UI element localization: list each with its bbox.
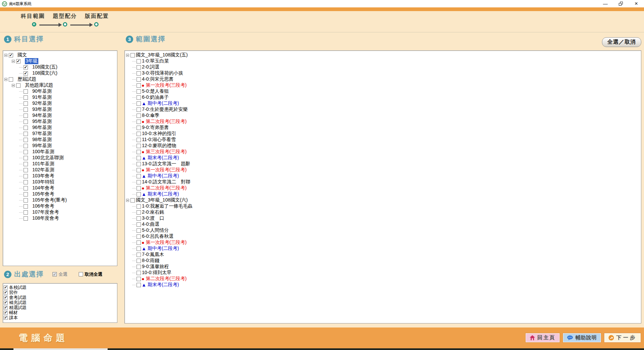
select-all-checkbox[interactable]: ✓ xyxy=(52,272,57,276)
tree-item[interactable]: 106年會考 xyxy=(3,203,117,209)
tree-checkbox[interactable] xyxy=(24,192,28,196)
restore-button[interactable] xyxy=(613,0,629,7)
tree-item-label[interactable]: 103年特招 xyxy=(32,179,54,185)
tree-item[interactable]: 國文_3年級_108國文(六) xyxy=(125,197,641,203)
source-checkbox[interactable]: ✓ xyxy=(4,286,8,290)
tree-checkbox[interactable] xyxy=(137,174,141,178)
select-toggle-button[interactable]: 全選／取消 xyxy=(602,37,641,47)
tree-checkbox[interactable] xyxy=(137,144,141,148)
tree-item[interactable]: 10-0:得到太早 xyxy=(125,270,641,276)
tree-item[interactable]: 101年基測 xyxy=(3,161,117,167)
tree-checkbox[interactable] xyxy=(137,247,141,251)
tree-checkbox[interactable] xyxy=(137,228,141,233)
tree-item-label[interactable]: 108國文(五) xyxy=(32,64,58,70)
tree-checkbox[interactable] xyxy=(137,186,141,190)
tree-item-label[interactable]: 期中考(二段考) xyxy=(148,100,179,106)
tree-checkbox[interactable] xyxy=(137,95,141,100)
tree-item[interactable]: ●第一次段考(三段考) xyxy=(125,239,641,246)
tree-item-label[interactable]: 102年基測 xyxy=(32,167,54,173)
tree-item[interactable]: 9-0:寄弟墨書 xyxy=(125,125,641,131)
tree-item-label[interactable]: 第一次段考(三段考) xyxy=(146,239,186,246)
tree-item[interactable]: 7-0:生於憂患死於安樂 xyxy=(125,106,641,113)
tree-item[interactable]: 3-0:尋找薄荷的小孩 xyxy=(125,70,641,76)
tree-item[interactable]: 8-0:傘季 xyxy=(125,113,641,119)
source-checkbox[interactable]: ✓ xyxy=(4,291,8,295)
source-list-item[interactable]: ✓輔材 xyxy=(4,310,116,315)
tree-item-label[interactable]: 2-0:座右銘 xyxy=(142,209,164,215)
tree-item[interactable]: 107年度會考 xyxy=(3,209,117,215)
tree-checkbox[interactable] xyxy=(137,240,141,245)
tree-checkbox[interactable] xyxy=(137,132,141,136)
next-step-button[interactable]: 下一步 xyxy=(604,333,641,342)
tree-item-label[interactable]: 國文_3年級_108國文(五) xyxy=(136,52,188,58)
tree-item-label[interactable]: 97年基測 xyxy=(32,131,52,137)
tree-collapse-icon[interactable] xyxy=(12,60,15,63)
tree-item-label[interactable]: 8-0:傘季 xyxy=(142,113,159,119)
tree-checkbox[interactable] xyxy=(137,71,141,76)
tree-checkbox[interactable] xyxy=(137,180,141,184)
tree-checkbox[interactable] xyxy=(24,198,28,203)
tree-checkbox[interactable] xyxy=(24,101,28,106)
tree-checkbox[interactable] xyxy=(137,216,141,221)
tree-item-label[interactable]: 6-0:奶油鼻子 xyxy=(142,94,169,100)
source-list-item[interactable]: ✓課本 xyxy=(4,315,116,320)
deselect-all-checkbox[interactable] xyxy=(79,272,83,276)
tree-item-label[interactable]: 國文 xyxy=(17,52,27,58)
tree-item-label[interactable]: 第二次段考(三段考) xyxy=(146,119,186,125)
tree-checkbox[interactable] xyxy=(137,150,141,154)
tree-item[interactable]: 歷屆試題 xyxy=(3,76,117,82)
tree-checkbox[interactable] xyxy=(137,83,141,88)
source-list[interactable]: ✓各校試題✓習作✓會考試題✓補充試題✓精選試題✓輔材✓課本 xyxy=(3,283,117,323)
tree-checkbox[interactable] xyxy=(137,192,141,196)
tree-item[interactable]: 100年基測 xyxy=(3,149,117,155)
tree-item-label[interactable]: 期中考(二段考) xyxy=(148,173,179,179)
tree-checkbox[interactable] xyxy=(24,107,28,112)
source-list-item[interactable]: ✓各校試題 xyxy=(4,285,116,290)
tree-checkbox[interactable] xyxy=(24,120,28,124)
source-checkbox[interactable]: ✓ xyxy=(4,316,8,320)
tree-checkbox[interactable] xyxy=(137,204,141,209)
tree-item-label[interactable]: 96年基測 xyxy=(32,125,52,131)
tree-item[interactable]: 95年基測 xyxy=(3,119,117,125)
tree-item-label[interactable]: 12-0:麥琪的禮物 xyxy=(142,143,176,149)
tree-checkbox[interactable] xyxy=(24,95,28,100)
tree-checkbox[interactable] xyxy=(24,132,28,136)
tree-checkbox[interactable]: ✓ xyxy=(16,59,21,63)
tree-item-label[interactable]: 5-0:人間情分 xyxy=(142,227,169,233)
tree-item[interactable]: 4-0:與宋元思書 xyxy=(125,76,641,82)
tree-item-label[interactable]: 期末考(二段考) xyxy=(148,282,179,288)
tree-checkbox[interactable] xyxy=(137,234,141,239)
tree-checkbox[interactable] xyxy=(137,156,141,160)
tree-item-label[interactable]: 95年基測 xyxy=(32,119,52,125)
source-list-item[interactable]: ✓精選試題 xyxy=(4,305,116,310)
minimize-button[interactable]: — xyxy=(598,0,613,7)
tree-item-label[interactable]: 14-0:語文常識二 對聯 xyxy=(142,179,190,185)
tree-item-label[interactable]: 92年基測 xyxy=(32,100,52,106)
tree-item[interactable]: 5-0:人間情分 xyxy=(125,227,641,233)
tree-checkbox[interactable] xyxy=(24,204,28,209)
tree-item[interactable]: 其他題庫試題 xyxy=(3,82,117,88)
tree-item-label[interactable]: 105年會考(重考) xyxy=(32,197,67,203)
source-checkbox[interactable]: ✓ xyxy=(4,311,8,315)
tree-item[interactable]: 99年基測 xyxy=(3,143,117,149)
tree-item[interactable]: ✓3年級 xyxy=(3,58,117,64)
tree-item[interactable]: 6-0:奶油鼻子 xyxy=(125,94,641,100)
tree-checkbox[interactable] xyxy=(24,216,28,221)
tree-checkbox[interactable] xyxy=(137,168,141,172)
tree-checkbox[interactable] xyxy=(24,89,28,94)
tree-checkbox[interactable] xyxy=(24,186,28,190)
tree-item-label[interactable]: 13-0:語文常識一 題辭 xyxy=(142,161,190,167)
tree-item[interactable]: 6-0:呂氏春秋選 xyxy=(125,233,641,239)
tree-item-label[interactable]: 100年基測 xyxy=(32,149,54,155)
tree-item-label[interactable]: 10-0:得到太早 xyxy=(142,270,172,276)
tree-checkbox[interactable] xyxy=(137,222,141,227)
tree-item-label[interactable]: 其他題庫試題 xyxy=(25,82,53,88)
tree-checkbox[interactable] xyxy=(137,259,141,263)
tree-item[interactable]: ●第三次段考(三段考) xyxy=(125,149,641,155)
tree-collapse-icon[interactable] xyxy=(4,54,7,57)
tree-item[interactable]: ▲期末考(二段考) xyxy=(125,282,641,288)
tree-item-label[interactable]: 期末考(二段考) xyxy=(148,191,179,197)
tree-item-label[interactable]: 2-0:詞選 xyxy=(142,64,159,70)
tree-collapse-icon[interactable] xyxy=(4,78,7,81)
source-checkbox[interactable]: ✓ xyxy=(4,306,8,310)
